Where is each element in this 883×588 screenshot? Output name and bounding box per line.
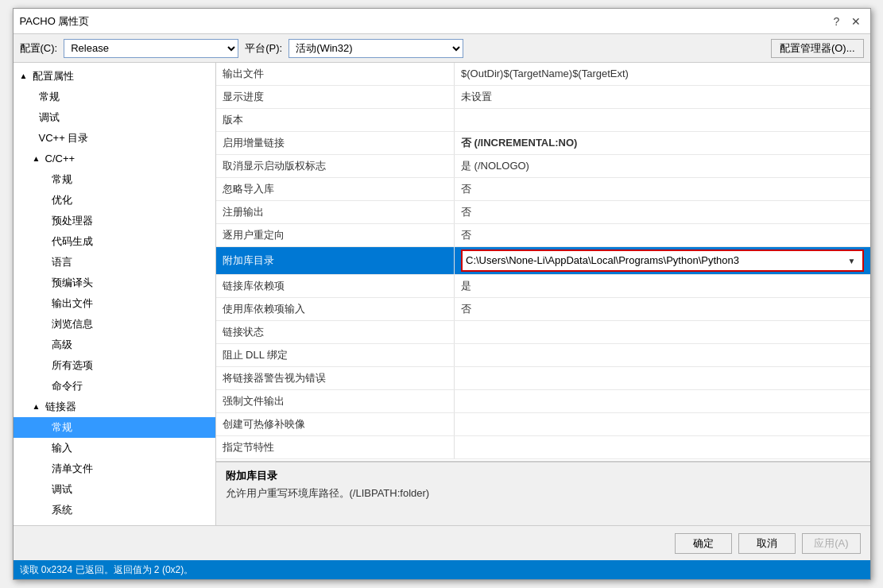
table-row[interactable]: 取消显示启动版权标志是 (/NOLOGO) [216, 155, 870, 178]
property-name: 创建可热修补映像 [216, 413, 455, 436]
footer: 确定 取消 应用(A) [14, 525, 870, 560]
property-value [455, 344, 870, 367]
sidebar-item-linker-label: 链接器 [45, 398, 76, 416]
property-name: 链接库依赖项 [216, 275, 455, 298]
property-name: 输出文件 [216, 63, 455, 86]
browse-button[interactable]: ▼ [845, 257, 859, 265]
manage-config-button[interactable]: 配置管理器(O)... [771, 39, 864, 58]
status-bar: 读取 0x2324 已返回。返回值为 2 (0x2)。 [14, 560, 870, 579]
property-value [455, 436, 870, 459]
sidebar-group-linker: ▲ 链接器 常规 输入 清单文件 调试 系统 优化 嵌入的 IDL Window… [14, 397, 215, 525]
platform-label: 平台(P): [245, 41, 282, 56]
titlebar: PACHO 属性页 ? ✕ [14, 9, 870, 34]
property-name: 注册输出 [216, 201, 455, 224]
property-name: 强制文件输出 [216, 390, 455, 413]
description-title: 附加库目录 [226, 469, 861, 483]
property-name: 启用增量链接 [216, 132, 455, 155]
table-row[interactable]: 指定节特性 [216, 436, 870, 459]
sidebar-item-linker-manifest[interactable]: 清单文件 [14, 458, 215, 479]
property-name: 显示进度 [216, 86, 455, 109]
sidebar: ▲ 配置属性 常规 调试 VC++ 目录 ▲ C/C++ 常规 优化 预处理器 … [14, 63, 216, 525]
sidebar-item-cpp-optimize[interactable]: 优化 [14, 190, 215, 211]
sidebar-item-cpp-lang[interactable]: 语言 [14, 252, 215, 273]
arrow-cpp: ▲ [33, 150, 45, 168]
table-row[interactable]: 逐用户重定向否 [216, 224, 870, 247]
property-value [455, 109, 870, 132]
sidebar-item-cpp-preproc[interactable]: 预处理器 [14, 211, 215, 231]
close-button[interactable]: ✕ [848, 14, 864, 29]
property-value: 否 [455, 298, 870, 321]
table-row[interactable]: 使用库依赖项输入否 [216, 298, 870, 321]
property-name: 阻止 DLL 绑定 [216, 344, 455, 367]
ok-button[interactable]: 确定 [675, 533, 732, 554]
platform-select[interactable]: 活动(Win32) [289, 39, 463, 58]
cancel-button[interactable]: 取消 [738, 533, 796, 554]
description-text: 允许用户重写环境库路径。(/LIBPATH:folder) [226, 486, 861, 501]
table-row[interactable]: 输出文件$(OutDir)$(TargetName)$(TargetExt) [216, 63, 870, 86]
property-value: 否 [455, 224, 870, 247]
properties-table: 输出文件$(OutDir)$(TargetName)$(TargetExt)显示… [216, 63, 870, 462]
sidebar-item-cpp-output[interactable]: 输出文件 [14, 293, 215, 314]
sidebar-item-cpp-label: C/C++ [45, 150, 76, 168]
help-button[interactable]: ? [829, 14, 845, 29]
titlebar-controls: ? ✕ [829, 14, 864, 29]
apply-button[interactable]: 应用(A) [802, 533, 860, 554]
property-value: 是 (/NOLOGO) [455, 155, 870, 178]
sidebar-item-linker-general[interactable]: 常规 [14, 417, 215, 438]
property-value: 是 [455, 275, 870, 298]
property-name: 指定节特性 [216, 436, 455, 459]
sidebar-group-config-props: ▲ 配置属性 常规 调试 VC++ 目录 ▲ C/C++ 常规 优化 预处理器 … [14, 66, 215, 525]
sidebar-item-linker-input[interactable]: 输入 [14, 438, 215, 458]
table-row[interactable]: 创建可热修补映像 [216, 413, 870, 436]
dialog: PACHO 属性页 ? ✕ 配置(C): Release 平台(P): 活动(W… [13, 8, 871, 580]
sidebar-item-debug[interactable]: 调试 [14, 107, 215, 128]
main-panel: 输出文件$(OutDir)$(TargetName)$(TargetExt)显示… [216, 63, 870, 525]
config-label: 配置(C): [20, 41, 58, 56]
sidebar-item-cpp-pch[interactable]: 预编译头 [14, 273, 215, 293]
sidebar-item-cpp-all[interactable]: 所有选项 [14, 355, 215, 376]
arrow-config-props: ▲ [20, 68, 33, 85]
table-row[interactable]: 附加库目录C:\Users\None-Li\AppData\Local\Prog… [216, 247, 870, 275]
table-row[interactable]: 链接状态 [216, 321, 870, 344]
table-row[interactable]: 启用增量链接否 (/INCREMENTAL:NO) [216, 132, 870, 155]
sidebar-item-cpp-general[interactable]: 常规 [14, 169, 215, 190]
status-text: 读取 0x2324 已返回。返回值为 2 (0x2)。 [20, 563, 194, 577]
content-area: ▲ 配置属性 常规 调试 VC++ 目录 ▲ C/C++ 常规 优化 预处理器 … [14, 63, 870, 525]
property-name: 链接状态 [216, 321, 455, 344]
property-value [455, 321, 870, 344]
sidebar-item-config-props[interactable]: ▲ 配置属性 [14, 66, 215, 87]
table-row[interactable]: 强制文件输出 [216, 390, 870, 413]
sidebar-item-cpp-cmdline[interactable]: 命令行 [14, 376, 215, 397]
property-name: 使用库依赖项输入 [216, 298, 455, 321]
property-name: 附加库目录 [216, 247, 455, 275]
sidebar-item-cpp-advanced[interactable]: 高级 [14, 335, 215, 355]
description-panel: 附加库目录 允许用户重写环境库路径。(/LIBPATH:folder) [216, 462, 870, 525]
table-row[interactable]: 阻止 DLL 绑定 [216, 344, 870, 367]
sidebar-item-linker-debug[interactable]: 调试 [14, 479, 215, 500]
table-row[interactable]: 版本 [216, 109, 870, 132]
property-value: 否 (/INCREMENTAL:NO) [455, 132, 870, 155]
property-value: 否 [455, 201, 870, 224]
dialog-title: PACHO 属性页 [20, 14, 90, 29]
property-value: 未设置 [455, 86, 870, 109]
sidebar-item-linker[interactable]: ▲ 链接器 [14, 397, 215, 417]
sidebar-group-cpp: ▲ C/C++ 常规 优化 预处理器 代码生成 语言 预编译头 输出文件 浏览信… [14, 149, 215, 397]
property-value [455, 413, 870, 436]
config-select[interactable]: Release [64, 39, 238, 58]
property-name: 版本 [216, 109, 455, 132]
property-value[interactable]: C:\Users\None-Li\AppData\Local\Programs\… [455, 247, 870, 275]
sidebar-item-vcpp-dirs[interactable]: VC++ 目录 [14, 128, 215, 149]
table-row[interactable]: 忽略导入库否 [216, 178, 870, 201]
property-name: 逐用户重定向 [216, 224, 455, 247]
sidebar-item-cpp-browse[interactable]: 浏览信息 [14, 314, 215, 335]
sidebar-item-cpp-codegen[interactable]: 代码生成 [14, 231, 215, 252]
sidebar-item-linker-system[interactable]: 系统 [14, 500, 215, 520]
property-name: 取消显示启动版权标志 [216, 155, 455, 178]
table-row[interactable]: 注册输出否 [216, 201, 870, 224]
table-row[interactable]: 将链接器警告视为错误 [216, 367, 870, 390]
sidebar-item-cpp[interactable]: ▲ C/C++ [14, 149, 215, 169]
table-row[interactable]: 链接库依赖项是 [216, 275, 870, 298]
property-name: 忽略导入库 [216, 178, 455, 201]
table-row[interactable]: 显示进度未设置 [216, 86, 870, 109]
sidebar-item-general[interactable]: 常规 [14, 87, 215, 107]
